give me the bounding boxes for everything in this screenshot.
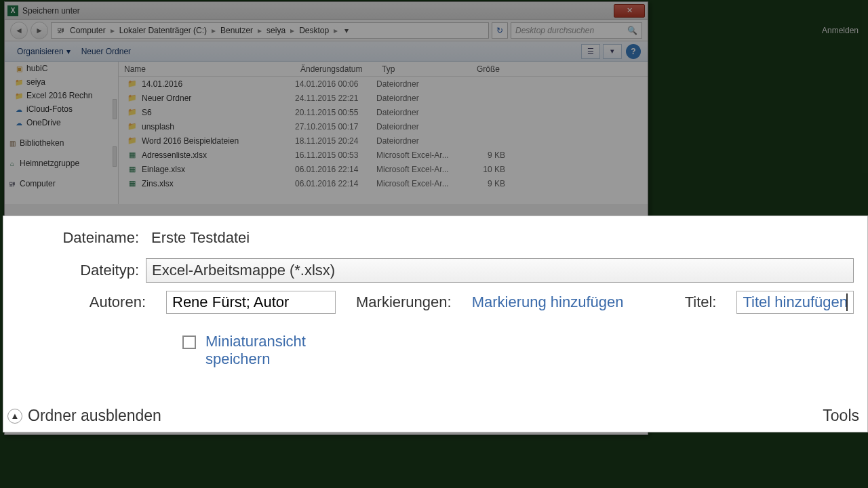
computer-icon: 🖳: [7, 179, 17, 188]
sidebar-computer[interactable]: 🖳Computer: [5, 177, 118, 190]
thumbnail-checkbox[interactable]: [182, 336, 196, 349]
file-row[interactable]: ▦Adressenliste.xlsx16.11.2015 00:53Micro…: [119, 148, 648, 162]
save-panel: Dateiname: Erste Testdatei Dateityp: Exc…: [3, 216, 868, 432]
chevron-down-icon: ▾: [66, 47, 71, 56]
refresh-icon: ↻: [496, 26, 503, 35]
file-date: 18.11.2015 20:24: [295, 136, 376, 146]
file-row[interactable]: 📁14.01.201614.01.2016 00:06Dateiordner: [119, 77, 648, 91]
col-size[interactable]: Größe: [458, 64, 505, 74]
tags-input[interactable]: Markierung hinzufügen: [472, 293, 624, 311]
title-label: Titel:: [685, 293, 717, 311]
col-name[interactable]: Name: [119, 64, 295, 74]
close-icon: ✕: [627, 6, 633, 15]
sidebar-item-label: Heimnetzgruppe: [20, 159, 79, 168]
breadcrumb-seg[interactable]: seiya: [265, 26, 287, 35]
sidebar-libraries[interactable]: ▥Bibliotheken: [5, 136, 118, 150]
splitter-handle[interactable]: [113, 146, 117, 167]
help-icon: ?: [631, 47, 635, 56]
search-input[interactable]: Desktop durchsuchen 🔍: [511, 22, 642, 39]
folder-icon: ▣: [14, 64, 24, 73]
sidebar-item-excel[interactable]: 📁Excel 2016 Rechn: [5, 89, 118, 102]
file-type: Dateiordner: [376, 94, 458, 103]
file-date: 16.11.2015 00:53: [295, 150, 376, 160]
title-input[interactable]: Titel hinzufügen: [736, 291, 854, 314]
filename-input[interactable]: Erste Testdatei: [146, 226, 854, 250]
library-icon: ▥: [7, 138, 17, 148]
refresh-button[interactable]: ↻: [492, 22, 508, 39]
breadcrumb-seg[interactable]: Lokaler Datenträger (C:): [118, 26, 208, 35]
sidebar-item-hubic[interactable]: ▣hubiC: [5, 62, 118, 75]
signin-link[interactable]: Anmelden: [822, 26, 859, 35]
toolbar: Organisieren ▾ Neuer Ordner ☰ ▾ ?: [5, 41, 648, 62]
folder-icon: 📁: [14, 77, 24, 87]
tags-label: Markierungen:: [356, 293, 452, 311]
filetype-combo[interactable]: Excel-Arbeitsmappe (*.xlsx): [146, 258, 854, 283]
forward-icon: ►: [35, 26, 43, 35]
file-size: 9 KB: [458, 179, 505, 188]
authors-label: Autoren:: [17, 293, 146, 311]
computer-icon: 🖳: [56, 26, 65, 35]
tools-button[interactable]: Tools: [823, 407, 859, 425]
collapse-folders-button[interactable]: ▲: [7, 409, 22, 424]
column-headers: Name Änderungsdatum Typ Größe: [119, 62, 648, 77]
file-type: Microsoft Excel-Ar...: [376, 165, 458, 174]
file-row[interactable]: 📁unsplash27.10.2015 00:17Dateiordner: [119, 119, 648, 134]
text-caret: [846, 293, 848, 311]
file-row[interactable]: 📁Word 2016 Beispieldateien18.11.2015 20:…: [119, 134, 648, 148]
filename-label: Dateiname:: [17, 229, 146, 247]
authors-input[interactable]: Rene Fürst; Autor: [166, 291, 336, 314]
thumbnail-label: Miniaturansicht speichern: [205, 333, 341, 368]
hide-folders-label[interactable]: Ordner ausblenden: [28, 407, 161, 425]
file-type: Dateiordner: [376, 136, 458, 146]
filetype-label: Dateityp:: [17, 262, 146, 279]
file-size: 9 KB: [458, 150, 505, 160]
back-icon: ◄: [15, 26, 23, 35]
breadcrumb[interactable]: 🖳 Computer▸ Lokaler Datenträger (C:)▸ Be…: [51, 22, 489, 39]
search-placeholder: Desktop durchsuchen: [515, 26, 594, 35]
new-folder-button[interactable]: Neuer Ordner: [76, 45, 136, 58]
file-type: Dateiordner: [376, 79, 458, 89]
forward-button[interactable]: ►: [31, 22, 48, 39]
cloud-icon: ☁: [14, 118, 24, 127]
organize-button[interactable]: Organisieren ▾: [12, 45, 76, 58]
view-dropdown[interactable]: ▾: [603, 44, 622, 59]
col-type[interactable]: Typ: [376, 64, 458, 74]
back-button[interactable]: ◄: [10, 22, 28, 39]
folder-icon: 📁: [127, 107, 138, 118]
folder-icon: 📁: [14, 91, 24, 100]
breadcrumb-dropdown[interactable]: ▾: [341, 26, 352, 35]
file-date: 27.10.2015 00:17: [295, 122, 376, 131]
breadcrumb-seg[interactable]: Benutzer: [219, 26, 254, 35]
file-type: Microsoft Excel-Ar...: [376, 179, 458, 188]
sidebar-item-icloud[interactable]: ☁iCloud-Fotos: [5, 102, 118, 116]
file-date: 06.01.2016 22:14: [295, 179, 376, 188]
sidebar-splitter[interactable]: [111, 62, 118, 204]
file-row[interactable]: 📁S620.11.2015 00:55Dateiordner: [119, 105, 648, 119]
nav-row: ◄ ► 🖳 Computer▸ Lokaler Datenträger (C:)…: [5, 20, 648, 41]
chevron-right-icon: ▸: [210, 26, 218, 35]
help-button[interactable]: ?: [626, 44, 641, 59]
sidebar-item-seiya[interactable]: 📁seiya: [5, 75, 118, 89]
splitter-handle[interactable]: [113, 99, 117, 119]
view-button[interactable]: ☰: [581, 44, 600, 59]
file-date: 06.01.2016 22:14: [295, 165, 376, 174]
file-name: S6: [142, 108, 295, 117]
file-date: 20.11.2015 00:55: [295, 108, 376, 117]
file-row[interactable]: ▦Einlage.xlsx06.01.2016 22:14Microsoft E…: [119, 162, 648, 176]
breadcrumb-seg[interactable]: Computer: [68, 26, 107, 35]
file-name: Neuer Ordner: [142, 94, 295, 103]
breadcrumb-seg[interactable]: Desktop: [298, 26, 330, 35]
folder-icon: 📁: [127, 93, 138, 104]
file-name: Word 2016 Beispieldateien: [142, 136, 295, 146]
sidebar-homegroup[interactable]: ⌂Heimnetzgruppe: [5, 157, 118, 170]
view-icon: ☰: [587, 47, 594, 56]
organize-label: Organisieren: [17, 47, 64, 56]
sidebar-item-onedrive[interactable]: ☁OneDrive: [5, 116, 118, 129]
col-date[interactable]: Änderungsdatum: [295, 64, 376, 74]
sidebar-item-label: seiya: [26, 77, 45, 87]
file-row[interactable]: ▦Zins.xlsx06.01.2016 22:14Microsoft Exce…: [119, 176, 648, 190]
close-button[interactable]: ✕: [614, 4, 645, 18]
sidebar-item-label: OneDrive: [26, 118, 61, 127]
file-row[interactable]: 📁Neuer Ordner24.11.2015 22:21Dateiordner: [119, 91, 648, 105]
file-name: Zins.xlsx: [142, 179, 295, 188]
